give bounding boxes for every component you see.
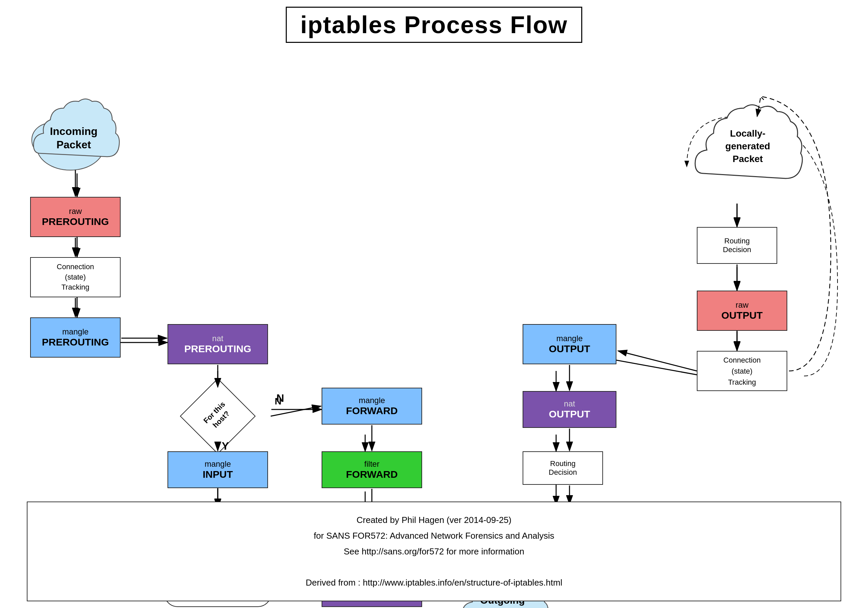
nat-prerouting-box: nat PREROUTING: [167, 324, 268, 364]
conn-tracking-2-box: Connection(state)Tracking: [697, 351, 787, 391]
routing-decision-mid-box: RoutingDecision: [522, 451, 603, 485]
svg-text:N: N: [275, 396, 281, 407]
locally-generated-cloud: Locally- generated Packet: [690, 90, 804, 204]
raw-prerouting-box: raw PREROUTING: [30, 197, 121, 237]
svg-line-54: [271, 406, 321, 416]
svg-text:Locally-: Locally-: [730, 128, 766, 139]
mangle-output-box: mangle OUTPUT: [522, 324, 617, 364]
raw-output-box: raw OUTPUT: [697, 291, 787, 331]
svg-text:Packet: Packet: [487, 606, 519, 608]
mangle-input-box: mangle INPUT: [167, 451, 268, 488]
svg-text:Packet: Packet: [733, 154, 763, 164]
svg-text:N: N: [276, 392, 284, 404]
routing-decision-right-box: RoutingDecision: [697, 227, 777, 264]
svg-text:Packet: Packet: [56, 139, 91, 151]
conn-tracking-1-box: Connection(state)Tracking: [30, 257, 121, 297]
svg-line-43: [618, 351, 697, 371]
diagram-area: N Y Incoming Packet raw PREROUTING Conne…: [0, 50, 868, 562]
svg-text:generated: generated: [725, 141, 770, 151]
filter-forward-box: filter FORWARD: [322, 451, 422, 488]
mangle-prerouting-box: mangle PREROUTING: [30, 317, 121, 357]
page-title: iptables Process Flow: [286, 7, 582, 43]
nat-output-box: nat OUTPUT: [522, 391, 617, 428]
svg-text:Incoming: Incoming: [50, 125, 98, 137]
for-this-host-diamond: For thishost?: [167, 388, 268, 445]
mangle-forward-box: mangle FORWARD: [322, 388, 422, 424]
footer: Created by Phil Hagen (ver 2014-09-25) f…: [27, 501, 841, 601]
incoming-packet-cloud: Incoming Packet: [27, 76, 121, 200]
